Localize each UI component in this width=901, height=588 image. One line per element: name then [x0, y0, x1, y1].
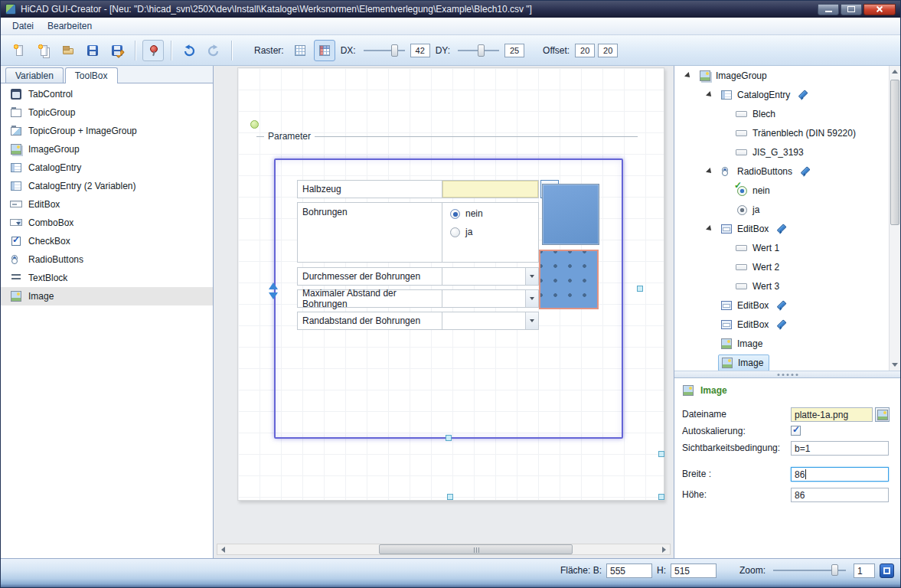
- tree-item-radiobuttons[interactable]: RadioButtons: [674, 162, 900, 181]
- toolbox-item-topicgroup-imagegroup[interactable]: TopicGroup + ImageGroup: [1, 122, 213, 140]
- edit-pencil-icon[interactable]: [779, 224, 788, 234]
- toolbox-item-topicgroup[interactable]: TopicGroup: [1, 103, 213, 122]
- edit-pencil-icon[interactable]: [802, 166, 812, 176]
- zoom-slider[interactable]: [773, 564, 846, 577]
- tree-item-imagegroup[interactable]: ImageGroup: [674, 66, 900, 85]
- durchmesser-row[interactable]: Durchmesser der Bohrungen: [297, 267, 539, 286]
- tree-item-editbox-3[interactable]: EditBox: [674, 315, 900, 334]
- open-button[interactable]: [57, 40, 79, 61]
- group-anchor-handle[interactable]: [250, 120, 259, 129]
- dy-value[interactable]: 25: [504, 44, 524, 57]
- toolbox-item-catalogentry[interactable]: CatalogEntry: [1, 158, 213, 177]
- bohrungen-row[interactable]: Bohrungen nein ja: [297, 202, 539, 263]
- scroll-down-icon[interactable]: [890, 359, 900, 371]
- close-button[interactable]: [863, 4, 896, 15]
- edit-pencil-icon[interactable]: [800, 90, 810, 100]
- tree-item-wert-1[interactable]: Wert 1: [674, 238, 900, 257]
- expander-icon[interactable]: [705, 224, 716, 234]
- maximize-button[interactable]: [841, 4, 862, 15]
- menu-datei[interactable]: Datei: [5, 18, 41, 34]
- tree-item-catalogentry[interactable]: CatalogEntry: [674, 85, 900, 104]
- breite-input[interactable]: 86: [791, 467, 889, 482]
- tree-item-nein[interactable]: nein: [674, 181, 900, 200]
- menu-bearbeiten[interactable]: Bearbeiten: [41, 18, 99, 34]
- new-copy-button[interactable]: [33, 40, 54, 61]
- autoskalierung-checkbox[interactable]: [791, 426, 801, 436]
- hoehe-input[interactable]: 86: [791, 488, 889, 502]
- tab-variablen[interactable]: Variablen: [5, 67, 64, 83]
- toolbox-item-imagegroup[interactable]: ImageGroup: [1, 140, 213, 158]
- dx-value[interactable]: 42: [410, 44, 430, 57]
- scroll-right-icon[interactable]: [658, 544, 670, 554]
- tree-item-jis-g-3193[interactable]: JIS_G_3193: [674, 142, 900, 162]
- grid-snap-button[interactable]: [314, 40, 335, 61]
- randabstand-combobox[interactable]: [442, 312, 538, 329]
- toolbox-item-combobox[interactable]: ComboBox: [1, 214, 213, 232]
- design-sheet[interactable]: Parameter Halbzeug Bohrungen nein: [237, 67, 664, 501]
- tree-item-image-1[interactable]: Image: [674, 334, 900, 353]
- tree-vscrollbar[interactable]: [889, 66, 900, 371]
- expander-icon[interactable]: [684, 70, 694, 81]
- max-abstand-combobox[interactable]: [442, 290, 538, 307]
- resize-handle[interactable]: [658, 494, 664, 500]
- edit-pencil-icon[interactable]: [779, 319, 788, 329]
- scroll-left-icon[interactable]: [217, 544, 229, 554]
- grid-button[interactable]: [289, 40, 311, 61]
- tree-item-image-2-selected[interactable]: Image: [674, 353, 900, 371]
- save-button[interactable]: [82, 40, 103, 61]
- tree-item-traenenblech[interactable]: Tränenblech (DIN 59220): [674, 123, 900, 142]
- resize-handle-bottom[interactable]: [446, 435, 452, 441]
- undo-button[interactable]: [178, 40, 200, 61]
- minimize-button[interactable]: [818, 4, 839, 15]
- dy-slider-thumb[interactable]: [478, 44, 485, 57]
- dx-slider[interactable]: [364, 44, 405, 57]
- resize-handle[interactable]: [658, 451, 664, 457]
- radio-ja[interactable]: ja: [450, 227, 530, 237]
- toolbox-item-image[interactable]: Image: [1, 287, 213, 305]
- sichtbarkeit-input[interactable]: b=1: [791, 441, 889, 456]
- dateiname-input[interactable]: platte-1a.png: [791, 407, 873, 422]
- new-button[interactable]: [8, 40, 30, 61]
- tree-item-editbox-1[interactable]: EditBox: [674, 219, 900, 238]
- toolbox-item-radiobuttons[interactable]: RadioButtons: [1, 250, 213, 269]
- scroll-up-icon[interactable]: [890, 66, 900, 77]
- pin-button[interactable]: [142, 40, 164, 61]
- edit-pencil-icon[interactable]: [779, 300, 788, 310]
- pattern-image-selected[interactable]: [539, 250, 599, 309]
- canvas-hscrollbar[interactable]: [217, 544, 671, 555]
- toolbox-item-tabcontrol[interactable]: TabControl: [1, 85, 213, 103]
- offset-x-value[interactable]: 20: [575, 44, 595, 57]
- max-abstand-row[interactable]: Maximaler Abstand der Bohrungen: [297, 289, 539, 308]
- offset-y-value[interactable]: 20: [598, 44, 618, 57]
- tab-toolbox[interactable]: ToolBox: [65, 67, 118, 83]
- hscroll-thumb[interactable]: [379, 544, 572, 554]
- tree-item-blech[interactable]: Blech: [674, 104, 900, 123]
- radio-nein[interactable]: nein: [450, 208, 530, 219]
- preview-image[interactable]: [542, 184, 599, 245]
- toolbox-item-catalogentry-2[interactable]: CatalogEntry (2 Variablen): [1, 177, 213, 195]
- vertical-move-handle[interactable]: [269, 283, 279, 299]
- panel-splitter[interactable]: [674, 371, 900, 378]
- halbzeug-row[interactable]: Halbzeug: [297, 180, 539, 198]
- redo-button[interactable]: [203, 40, 224, 61]
- expander-icon[interactable]: [705, 90, 716, 100]
- expander-icon[interactable]: [705, 166, 716, 177]
- hscroll-track[interactable]: [229, 544, 658, 554]
- resize-handle[interactable]: [447, 494, 453, 500]
- dy-slider[interactable]: [458, 44, 499, 57]
- browse-button[interactable]: [875, 407, 890, 422]
- parameter-groupbox[interactable]: Parameter: [256, 131, 638, 142]
- titlebar[interactable]: HiCAD GUI-Creator - [Neu: "D:\hicad_svn\…: [1, 1, 900, 18]
- toolbox-item-textblock[interactable]: TextBlock: [1, 269, 213, 287]
- tree-item-wert-2[interactable]: Wert 2: [674, 257, 900, 276]
- design-canvas[interactable]: Parameter Halbzeug Bohrungen nein: [214, 66, 674, 558]
- tree-item-editbox-2[interactable]: EditBox: [674, 296, 900, 315]
- flaeche-h-input[interactable]: 515: [671, 564, 717, 578]
- save-as-button[interactable]: [106, 40, 128, 61]
- vscroll-thumb[interactable]: [890, 80, 899, 225]
- status-corner-button[interactable]: [880, 564, 894, 578]
- halbzeug-input[interactable]: [442, 181, 538, 198]
- durchmesser-combobox[interactable]: [442, 268, 538, 285]
- toolbox-item-checkbox[interactable]: CheckBox: [1, 232, 213, 250]
- tree-item-wert-3[interactable]: Wert 3: [674, 276, 900, 296]
